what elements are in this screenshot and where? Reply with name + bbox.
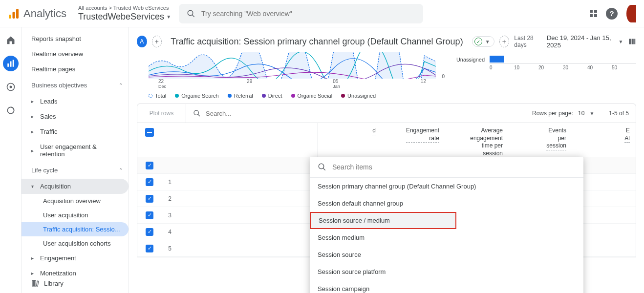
table-search[interactable] — [186, 109, 532, 117]
search-icon — [318, 163, 326, 171]
dropdown-item[interactable]: Session primary channel group (Default C… — [310, 178, 583, 195]
rail-explore-icon[interactable] — [3, 79, 19, 95]
svg-rect-1 — [13, 12, 15, 19]
row-checkbox[interactable]: ✓ — [137, 211, 162, 219]
dropdown-item[interactable]: Session campaign — [310, 280, 583, 293]
library-icon — [31, 279, 39, 287]
row-checkbox[interactable]: ✓ — [137, 245, 162, 252]
sidebar-item-monetization[interactable]: ▸Monetization — [21, 266, 129, 281]
dropdown-item[interactable]: Session source / medium — [310, 212, 456, 229]
sidebar-item-realtime-overview[interactable]: Realtime overview — [21, 46, 129, 62]
table-search-input[interactable] — [206, 110, 288, 117]
sidebar-item-engagement-retention[interactable]: ▸User engagement & retention — [21, 139, 129, 162]
dropdown-search[interactable] — [310, 157, 583, 178]
metric-header[interactable]: Averageengagementtime persession — [445, 123, 509, 157]
rail-advertising-icon[interactable] — [3, 103, 19, 118]
help-icon[interactable]: ? — [606, 8, 618, 20]
check-circle-icon: ✓ — [474, 38, 482, 45]
dropdown-item[interactable]: Session source — [310, 246, 583, 263]
main-content: A + Traffic acquisition: Session primary… — [129, 27, 644, 293]
add-comparison-button[interactable]: + — [152, 36, 162, 47]
dimension-dropdown: Session primary channel group (Default C… — [310, 157, 583, 293]
sidebar-section-lifecycle[interactable]: Life cycle⌃ — [21, 162, 129, 179]
apps-icon[interactable] — [590, 10, 597, 17]
line-chart: 0 22Dec2905Jan12 — [149, 52, 436, 86]
row-checkbox[interactable]: ✓ — [137, 228, 162, 236]
legend-item[interactable]: Organic Search — [175, 93, 218, 99]
chevron-down-icon: ▼ — [485, 39, 490, 44]
audience-chip[interactable]: A — [137, 36, 147, 47]
dimension-header[interactable] — [162, 123, 318, 157]
analytics-logo-icon — [8, 8, 20, 20]
report-title: Traffic acquisition: Session primary cha… — [171, 37, 463, 47]
legend-item[interactable]: Direct — [262, 93, 282, 99]
account-picker[interactable]: All accounts > Trusted Web eServices Tru… — [78, 4, 171, 23]
rail-home-icon[interactable] — [3, 32, 19, 48]
charts-row: 0 22Dec2905Jan12 Unassigned 01020304050 — [129, 52, 644, 90]
sidebar-item-leads[interactable]: ▸Leads — [21, 94, 129, 109]
metric-header[interactable]: Engagementrate — [382, 123, 445, 157]
x-axis-ticks: 22Dec2905Jan12 — [149, 79, 436, 89]
chevron-up-icon: ⌃ — [119, 83, 123, 88]
chevron-down-icon: ▼ — [618, 39, 623, 44]
product-name: Analytics — [23, 7, 66, 20]
date-range-picker[interactable]: Last 28 days Dec 19, 2024 - Jan 15, 2025… — [514, 34, 636, 49]
avatar[interactable] — [626, 5, 636, 22]
dropdown-item[interactable]: Session medium — [310, 229, 583, 246]
add-filter-button[interactable]: + — [499, 36, 510, 47]
metric-header[interactable]: EAl — [572, 123, 636, 157]
global-search[interactable] — [179, 4, 423, 23]
svg-line-4 — [192, 15, 194, 17]
chart-legend: TotalOrganic SearchReferralDirectOrganic… — [129, 90, 644, 104]
bar-chart: Unassigned 01020304050 — [451, 52, 636, 86]
dropdown-item[interactable]: Session source platform — [310, 263, 583, 280]
row-checkbox[interactable]: ✓ — [137, 162, 162, 169]
svg-rect-7 — [12, 60, 14, 67]
svg-rect-15 — [632, 39, 634, 44]
legend-item[interactable]: Unassigned — [341, 93, 376, 99]
svg-rect-13 — [36, 281, 38, 286]
compare-icon[interactable] — [628, 36, 636, 47]
search-icon — [187, 9, 195, 18]
legend-item[interactable]: Organic Social — [291, 93, 333, 99]
metric-header[interactable]: Eventspersession — [509, 123, 572, 157]
global-search-input[interactable] — [201, 10, 415, 18]
sidebar-item-engagement[interactable]: ▸Engagement — [21, 251, 129, 266]
sidebar-item-traffic[interactable]: ▸Traffic — [21, 124, 129, 139]
plot-rows-button[interactable]: Plot rows — [137, 104, 186, 123]
bar-fill — [490, 56, 504, 63]
row-checkbox[interactable]: ✓ — [137, 178, 162, 186]
sidebar-section-business[interactable]: Business objectives⌃ — [21, 77, 129, 94]
rpp-value[interactable]: 10 — [578, 110, 584, 117]
legend-item[interactable]: Referral — [228, 93, 253, 99]
dropdown-item[interactable]: Session default channel group — [310, 195, 583, 212]
sidebar-item-acquisition[interactable]: ▾Acquisition — [21, 179, 129, 194]
sidebar-item-user-acq[interactable]: User acquisition — [21, 208, 129, 222]
select-all-checkbox[interactable] — [137, 123, 162, 157]
svg-line-20 — [323, 168, 325, 170]
chevron-down-icon[interactable]: ▼ — [589, 111, 594, 116]
account-breadcrumb: All accounts > Trusted Web eServices — [78, 4, 171, 11]
legend-item[interactable]: Total — [149, 93, 166, 99]
line-chart-svg — [149, 52, 436, 79]
rail-reports-icon[interactable] — [3, 56, 19, 71]
sidebar-item-acq-overview[interactable]: Acquisition overview — [21, 194, 129, 208]
sidebar-item-traffic-acq[interactable]: Traffic acquisition: Session... — [21, 222, 129, 236]
sidebar-item-realtime-pages[interactable]: Realtime pages — [21, 62, 129, 77]
sidebar-library[interactable]: Library — [31, 279, 64, 287]
rows-per-page: Rows per page: 10 ▼ 1-5 of 5 — [532, 110, 636, 117]
svg-rect-2 — [16, 9, 19, 19]
header-actions: ? — [590, 5, 636, 22]
sidebar: Reports snapshot Realtime overview Realt… — [21, 27, 129, 293]
svg-rect-5 — [7, 63, 9, 67]
sidebar-item-sales[interactable]: ▸Sales — [21, 109, 129, 124]
svg-rect-14 — [629, 39, 631, 44]
sidebar-item-snapshot[interactable]: Reports snapshot — [21, 31, 129, 46]
metric-header[interactable]: d — [318, 123, 382, 157]
svg-point-9 — [9, 86, 12, 88]
report-status-pill[interactable]: ✓ ▼ — [472, 36, 494, 47]
dropdown-search-input[interactable] — [332, 163, 576, 171]
product-logo[interactable]: Analytics — [8, 7, 66, 20]
sidebar-item-user-acq-cohorts[interactable]: User acquisition cohorts — [21, 236, 129, 251]
row-checkbox[interactable]: ✓ — [137, 195, 162, 203]
